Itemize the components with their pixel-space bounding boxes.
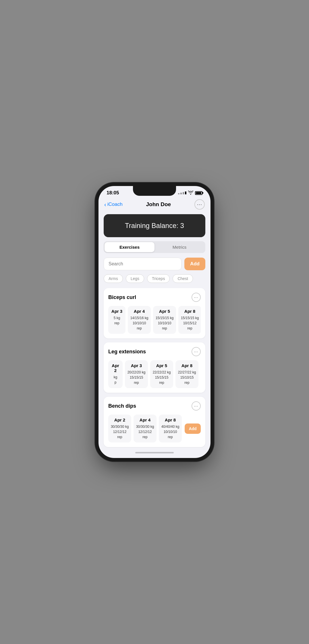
status-icons <box>178 191 202 195</box>
session-data: 22/22/22 kg15/15/15 rep <box>152 370 171 385</box>
session-date: Apr 8 <box>181 309 199 314</box>
status-time: 18:05 <box>107 190 119 196</box>
session-col: Apr 8 15/15/15 kg10/15/12 rep <box>178 306 201 334</box>
exercise-more-button[interactable]: ··· <box>192 347 201 356</box>
signal-dots-icon <box>178 191 186 194</box>
exercise-more-button[interactable]: ··· <box>192 401 201 411</box>
session-data: 5 kgrep <box>111 315 123 326</box>
session-data: kgp <box>111 375 120 385</box>
exercise-name: Biceps curl <box>108 294 136 300</box>
session-data: 40/40/40 kg10/10/10 rep <box>161 424 179 440</box>
session-col: Apr 8 22/27/22 kg15/10/15 rep <box>175 360 198 388</box>
exercise-card-biceps-curl: Biceps curl ··· Apr 3 5 kgrep Apr 4 14/1… <box>104 288 205 338</box>
session-date: Apr 4 <box>130 309 148 314</box>
phone-shell: 18:05 ‹ iCoach <box>99 186 210 458</box>
nav-bar: ‹ iCoach John Doe ··· <box>99 197 210 213</box>
session-date: Apr 3 <box>127 363 146 368</box>
filter-chip-triceps[interactable]: Triceps <box>147 274 170 283</box>
session-date: Apr 3 <box>111 309 123 314</box>
session-date: Apr 5 <box>155 309 174 314</box>
session-add: Add <box>184 415 201 442</box>
exercise-name: Bench dips <box>108 403 136 409</box>
session-data: 30/30/30 kg12/12/12 rep <box>111 424 129 440</box>
session-col: Apr 5 15/15/15 kg10/10/10 rep <box>153 306 176 334</box>
tab-metrics[interactable]: Metrics <box>154 242 204 252</box>
back-button[interactable]: ‹ iCoach <box>104 202 123 207</box>
balance-text: Training Balance: 3 <box>125 222 184 229</box>
battery-icon <box>195 191 202 195</box>
sessions-row: Apr 3 5 kgrep Apr 4 14/15/16 kg10/10/10 … <box>108 306 201 334</box>
exercise-card-header: Biceps curl ··· <box>108 293 201 302</box>
back-label: iCoach <box>107 202 123 207</box>
session-date: Apr 8 <box>161 417 179 422</box>
session-data: 14/15/16 kg10/10/10 rep <box>130 315 148 331</box>
search-input-wrap <box>104 258 181 270</box>
session-date: Apr 5 <box>152 363 171 368</box>
exercise-card-header: Leg extensions ··· <box>108 347 201 356</box>
session-col: Apr 3 20/22/20 kg15/15/15 rep <box>125 360 148 388</box>
notch <box>133 186 176 196</box>
session-data: 15/15/15 kg10/10/10 rep <box>155 315 174 331</box>
session-col: Apr 4 30/30/30 kg12/12/12 rep <box>134 415 157 442</box>
filter-chip-chest[interactable]: Chest <box>173 274 193 283</box>
exercises-list: Biceps curl ··· Apr 3 5 kgrep Apr 4 14/1… <box>99 288 210 449</box>
sessions-row: Apr 2 30/30/30 kg12/12/12 rep Apr 4 30/3… <box>108 415 201 442</box>
home-indicator <box>99 449 210 458</box>
wifi-icon <box>188 191 193 195</box>
session-col: Apr 4 14/15/16 kg10/10/10 rep <box>128 306 151 334</box>
filter-chips: Arms Legs Triceps Chest <box>99 274 210 288</box>
filter-chip-arms[interactable]: Arms <box>104 274 123 283</box>
session-col: Apr 3 5 kgrep <box>108 306 125 334</box>
session-date: Apr 8 <box>178 363 196 368</box>
page-title: John Doe <box>146 201 171 208</box>
session-col: Apr 2 kgp <box>108 360 123 388</box>
session-data: 15/15/15 kg10/15/12 rep <box>181 315 199 331</box>
session-data: 22/27/22 kg15/10/15 rep <box>178 370 196 385</box>
session-col: Apr 5 22/22/22 kg15/15/15 rep <box>150 360 173 388</box>
session-date: Apr 2 <box>111 363 120 373</box>
exercise-card-header: Bench dips ··· <box>108 401 201 411</box>
exercise-more-button[interactable]: ··· <box>192 293 201 302</box>
sessions-row: Apr 2 kgp Apr 3 20/22/20 kg15/15/15 rep … <box>108 360 201 388</box>
search-input[interactable] <box>109 261 177 267</box>
training-balance-banner: Training Balance: 3 <box>104 214 205 237</box>
session-col: Apr 2 30/30/30 kg12/12/12 rep <box>108 415 131 442</box>
home-bar <box>135 452 174 453</box>
back-chevron-icon: ‹ <box>104 202 106 207</box>
more-icon: ··· <box>197 202 202 208</box>
add-session-button[interactable]: Add <box>185 423 200 434</box>
exercise-card-leg-extensions: Leg extensions ··· Apr 2 kgp Apr 3 20/22… <box>104 342 205 393</box>
session-data: 20/22/20 kg15/15/15 rep <box>127 370 146 385</box>
session-col: Apr 8 40/40/40 kg10/10/10 rep <box>159 415 182 442</box>
add-exercise-button[interactable]: Add <box>184 258 205 270</box>
tab-exercises[interactable]: Exercises <box>105 242 154 252</box>
session-data: 30/30/30 kg12/12/12 rep <box>136 424 154 440</box>
exercise-name: Leg extensions <box>108 349 146 355</box>
segment-control: Exercises Metrics <box>104 241 205 253</box>
search-row: Add <box>104 258 205 270</box>
more-options-button[interactable]: ··· <box>194 199 205 210</box>
session-date: Apr 4 <box>136 417 154 422</box>
session-date: Apr 2 <box>111 417 129 422</box>
exercise-card-bench-dips: Bench dips ··· Apr 2 30/30/30 kg12/12/12… <box>104 397 205 447</box>
filter-chip-legs[interactable]: Legs <box>126 274 144 283</box>
